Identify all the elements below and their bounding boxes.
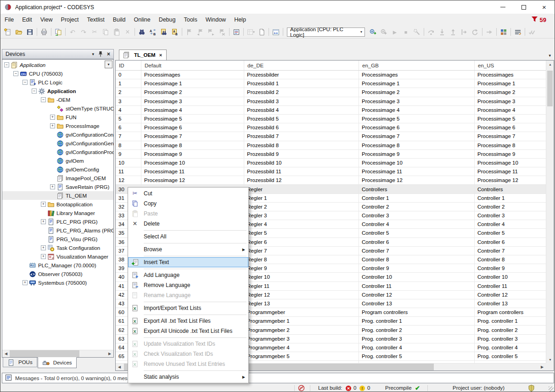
print-button[interactable] <box>39 27 50 38</box>
menu-online[interactable]: Online <box>129 14 154 26</box>
menu-project[interactable]: Project <box>57 14 83 26</box>
expand-toggle[interactable]: + <box>50 123 55 128</box>
tree-item-bootapplication[interactable]: +Bootapplication <box>2 200 113 209</box>
expand-toggle[interactable]: + <box>50 184 55 189</box>
replace-button[interactable]: AB <box>147 27 158 38</box>
tree-item-gvlconfigurationgen[interactable]: gvlConfigurationGen <box>2 139 113 148</box>
tree-item-tl-oem[interactable]: TL_OEM <box>2 191 113 200</box>
tree-item-library-manager[interactable]: Library Manager <box>2 209 113 217</box>
table-row[interactable]: 1Processimage 1Prozessbild 1Processimage… <box>116 79 546 88</box>
panel-tab-pous[interactable]: POUs <box>3 358 37 367</box>
context-menu-item-import-export-text-lists[interactable]: XImport/Export Text Lists <box>128 303 248 313</box>
menu-help[interactable]: Help <box>230 14 250 26</box>
check-all-button[interactable] <box>527 27 538 38</box>
tree-item-stoemtype-struct[interactable]: stOemType (STRUCT) <box>2 104 113 113</box>
context-menu-item-cut[interactable]: ✂Cut <box>128 188 248 199</box>
tree-item-gvlconfigurationcon[interactable]: gvlConfigurationCon <box>2 130 113 139</box>
menu-edit[interactable]: Edit <box>18 14 36 26</box>
close-button[interactable]: × <box>534 0 555 14</box>
collapse-toggle[interactable]: − <box>41 97 46 102</box>
scroll-up-icon[interactable]: ▲ <box>546 61 554 68</box>
scroll-left-icon[interactable]: ◀ <box>2 350 10 358</box>
tree-item-plc-prg-prg[interactable]: +PLC_PRG (PRG) <box>2 217 113 226</box>
context-menu-item-remove-language[interactable]: Remove Language <box>128 280 248 290</box>
tab-close-icon[interactable]: × <box>159 52 162 58</box>
tree-item-processimage[interactable]: +ProcessImage <box>2 121 113 130</box>
tree-item-gvlconfigurationprod[interactable]: gvlConfigurationProd <box>2 148 113 156</box>
run-to-cursor-button[interactable] <box>459 27 470 38</box>
tree-item-observer-705003[interactable]: Observer (705003) <box>2 270 113 278</box>
menu-debug[interactable]: Debug <box>155 14 180 26</box>
context-menu-item-export-all-txt-text-list-files[interactable]: XExport All .txt Text List Files <box>128 316 248 326</box>
table-row[interactable]: 12Processimage 12Prozessbild 12Processim… <box>116 176 546 185</box>
redo-button[interactable]: ↷ <box>78 27 89 38</box>
messages-button[interactable] <box>231 27 242 38</box>
table-row[interactable]: 2Processimage 2Prozessbild 2Processimage… <box>116 88 546 97</box>
vertical-scrollbar[interactable]: ▲ ▼ <box>546 61 554 363</box>
blank-page-button[interactable] <box>256 27 267 38</box>
context-menu-item-add-language[interactable]: Add Language <box>128 270 248 280</box>
tab-list-chevron-icon[interactable]: ▾ <box>549 53 551 58</box>
copy-button[interactable] <box>100 27 111 38</box>
menu-tools[interactable]: Tools <box>179 14 201 26</box>
calendar-add-button[interactable]: ++ <box>270 27 281 38</box>
scroll-down-icon[interactable]: ▼ <box>546 356 554 363</box>
reset-button[interactable] <box>470 27 481 38</box>
stop-button[interactable]: ■ <box>400 27 411 38</box>
table-row[interactable]: 6Processimage 6Prozessbild 6Processimage… <box>116 123 546 132</box>
table-row[interactable]: 3Processimage 3Prozessbild 3Processimage… <box>116 97 546 106</box>
context-menu-item-static-analysis[interactable]: Static analysis▶ <box>128 372 248 382</box>
context-menu-item-browse[interactable]: Browse▶ <box>128 244 248 254</box>
vertical-scroll-thumb[interactable] <box>547 71 553 106</box>
bookmark-clear-button[interactable] <box>217 27 228 38</box>
tree-root-dropdown[interactable]: ▾ <box>105 61 112 68</box>
collapse-toggle[interactable]: − <box>32 88 37 94</box>
collapse-toggle[interactable]: − <box>4 62 9 67</box>
tree-item-fun[interactable]: +FUN <box>2 113 113 121</box>
next-statement-button[interactable] <box>484 27 495 38</box>
tree-item-systembus-705000[interactable]: +Systembus (705000) <box>2 278 113 287</box>
bookmark-prev-button[interactable] <box>195 27 206 38</box>
expand-toggle[interactable]: + <box>50 115 55 120</box>
paste-button[interactable] <box>111 27 122 38</box>
table-row[interactable]: 7Processimage 7Prozessbild 7Processimage… <box>116 132 546 141</box>
step-into-button[interactable] <box>437 27 448 38</box>
collapse-toggle[interactable]: − <box>22 80 28 85</box>
resize-grip[interactable] <box>549 386 554 392</box>
bookmark-button[interactable] <box>184 27 195 38</box>
scroll-right-icon[interactable]: ▶ <box>538 364 546 371</box>
panel-tab-devices[interactable]: Devices <box>38 357 77 368</box>
tree-item-application[interactable]: −Application <box>2 87 113 95</box>
tree-item-saveretain-prg[interactable]: +SaveRetain (PRG) <box>2 182 113 191</box>
column-header-en-us[interactable]: en_US <box>475 61 546 70</box>
table-row[interactable]: 10Processimage 10Prozessbild 10Processim… <box>116 159 546 167</box>
tree-item-cpu-705003[interactable]: −CPUCPU (705003) <box>2 69 113 78</box>
tree-item-prg-visu-prg[interactable]: PRG_Visu (PRG) <box>2 235 113 243</box>
column-header-de-de[interactable]: de_DE <box>244 61 359 70</box>
column-header-en-gb[interactable]: en_GB <box>359 61 475 70</box>
trace-button[interactable] <box>498 27 509 38</box>
find-button[interactable] <box>136 27 147 38</box>
tree-item-gvloem[interactable]: gvlOem <box>2 156 113 165</box>
step-out-button[interactable] <box>448 27 459 38</box>
save-button[interactable] <box>24 27 35 38</box>
maximize-button[interactable] <box>513 0 534 14</box>
breakpoints-button[interactable] <box>411 27 422 38</box>
tree-scroll-thumb[interactable] <box>10 350 79 358</box>
find-in-files-button[interactable] <box>158 27 169 38</box>
expand-toggle[interactable]: + <box>41 219 46 224</box>
menu-build[interactable]: Build <box>109 14 130 26</box>
tree-item-task-configuration[interactable]: +Task Configuration <box>2 243 113 252</box>
table-row[interactable]: 0ProcessimagesProzessbilderProcessimages… <box>116 71 546 79</box>
tree-item-gvloemconfig[interactable]: gvlOemConfig <box>2 165 113 174</box>
error-filter-indicator[interactable]: 59 <box>531 16 546 24</box>
expand-toggle[interactable]: + <box>22 280 28 285</box>
collapse-toggle[interactable]: − <box>13 71 18 76</box>
table-row[interactable]: 11Processimage 11Prozessbild 11Processim… <box>116 167 546 176</box>
context-menu-item-insert-text[interactable]: Insert Text <box>128 257 248 267</box>
column-header-id[interactable]: ID <box>116 61 141 70</box>
cut-button[interactable]: ✂ <box>89 27 100 38</box>
new-project-button[interactable] <box>2 27 13 38</box>
menu-window[interactable]: Window <box>202 14 230 26</box>
scroll-right-icon[interactable]: ▶ <box>106 350 113 358</box>
